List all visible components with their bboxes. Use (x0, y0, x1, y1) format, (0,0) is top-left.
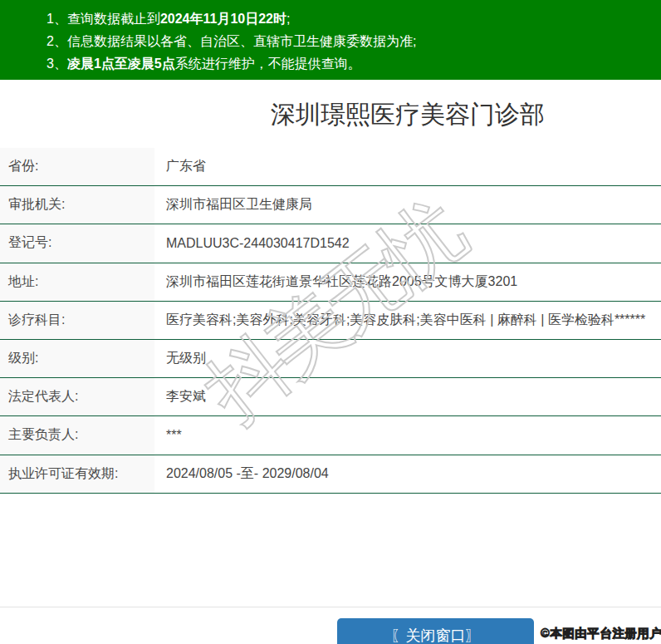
row-label: 省份: (0, 148, 154, 185)
row-value: *** (154, 416, 661, 454)
row-label: 诊疗科目: (0, 302, 154, 339)
row-value: 李安斌 (154, 378, 661, 415)
notice-line-1: 1、查询数据截止到2024年11月10日22时; (47, 7, 661, 30)
row-label: 地址: (0, 263, 154, 301)
footer-divider (0, 607, 661, 607)
row-label: 执业许可证有效期: (0, 455, 154, 493)
table-row-main-person-in-charge: 主要负责人: *** (0, 416, 661, 455)
table-row-legal-representative: 法定代表人: 李安斌 (0, 378, 661, 416)
table-row-province: 省份: 广东省 (0, 148, 661, 186)
row-label: 登记号: (0, 224, 154, 262)
notice-banner: 1、查询数据截止到2024年11月10日22时; 2、信息数据结果以各省、自治区… (0, 0, 661, 80)
row-value: 医疗美容科;美容外科;美容牙科;美容皮肤科;美容中医科 | 麻醉科 | 医学检验… (154, 302, 661, 339)
table-row-address: 地址: 深圳市福田区莲花街道景华社区莲花路2005号文博大厦3201 (0, 263, 661, 302)
row-value: 2024/08/05 -至- 2029/08/04 (154, 455, 661, 493)
copyright-watermark: ©本图由平台注册用户上传 (541, 626, 661, 642)
notice-line-2: 2、信息数据结果以各省、自治区、直辖市卫生健康委数据为准; (47, 30, 661, 52)
notice-text: ; (286, 12, 290, 26)
notice-text: 2、信息数据结果以各省、自治区、直辖市卫生健康委数据为准; (47, 34, 416, 48)
table-row-license-validity: 执业许可证有效期: 2024/08/05 -至- 2029/08/04 (0, 455, 661, 494)
close-window-button[interactable]: 〖关闭窗口〗 (337, 618, 534, 644)
notice-bold-text: 凌晨1点至凌晨5点 (67, 57, 175, 71)
notice-bold-text: 2024年11月10日22时 (160, 12, 286, 26)
row-value: 广东省 (154, 148, 661, 185)
notice-line-3: 3、凌晨1点至凌晨5点系统进行维护，不能提供查询。 (47, 52, 661, 75)
info-table: 省份: 广东省 审批机关: 深圳市福田区卫生健康局 登记号: MADLUU3C-… (0, 148, 661, 494)
result-panel: 深圳璟熙医疗美容门诊部 省份: 广东省 审批机关: 深圳市福田区卫生健康局 登记… (0, 80, 661, 644)
notice-text: 3、 (47, 57, 67, 71)
row-value: 深圳市福田区卫生健康局 (154, 186, 661, 224)
table-row-approval-authority: 审批机关: 深圳市福田区卫生健康局 (0, 186, 661, 224)
row-value: MADLUU3C-244030417D1542 (154, 224, 661, 262)
table-row-medical-subjects: 诊疗科目: 医疗美容科;美容外科;美容牙科;美容皮肤科;美容中医科 | 麻醉科 … (0, 302, 661, 340)
row-value: 无级别 (154, 340, 661, 377)
table-row-level: 级别: 无级别 (0, 340, 661, 378)
row-label: 法定代表人: (0, 378, 154, 415)
notice-text: 1、查询数据截止到 (47, 12, 160, 26)
row-label: 主要负责人: (0, 416, 154, 454)
row-label: 级别: (0, 340, 154, 377)
row-label: 审批机关: (0, 186, 154, 224)
notice-text: 系统进行维护，不能提供查询。 (175, 57, 361, 71)
table-row-registration-number: 登记号: MADLUU3C-244030417D1542 (0, 224, 661, 263)
page-title: 深圳璟熙医疗美容门诊部 (0, 98, 661, 132)
row-value: 深圳市福田区莲花街道景华社区莲花路2005号文博大厦3201 (154, 263, 661, 301)
